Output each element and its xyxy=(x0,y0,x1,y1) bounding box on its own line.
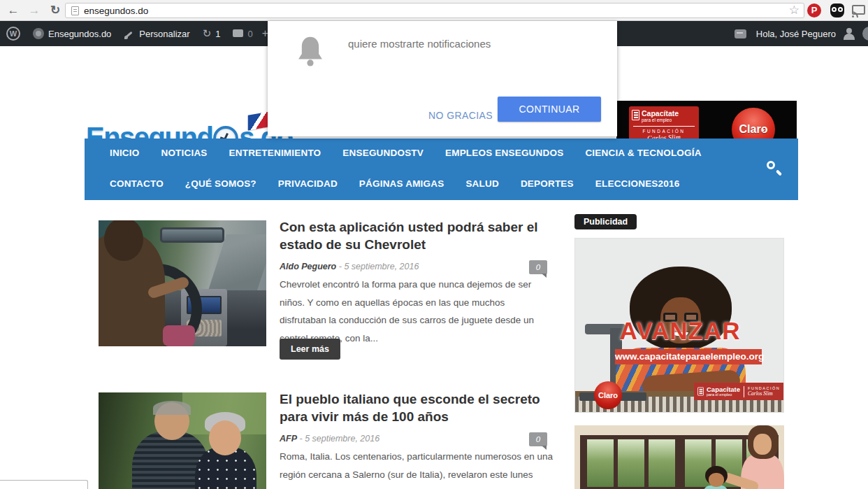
publicidad-badge: Publicidad xyxy=(574,214,637,229)
nav-item-elecciones2016[interactable]: ELECCIONES2016 xyxy=(595,178,680,189)
nav-item-ensegundostv[interactable]: ENSEGUNDOSTV xyxy=(342,148,424,158)
avatar[interactable] xyxy=(862,27,868,41)
checklist-icon xyxy=(632,110,639,120)
ad-headline: AVANZAR xyxy=(575,317,784,345)
meta-separator: - xyxy=(339,262,342,271)
ad-carlos-slim: Carlos Slim xyxy=(748,390,780,397)
meta-separator: - xyxy=(299,434,302,444)
reload-button[interactable]: ↻ xyxy=(46,1,64,20)
nav-row-2: CONTACTO ¿QUÉ SOMOS? PRIVACIDAD PÁGINAS … xyxy=(110,178,679,189)
comments-menu[interactable]: 0 xyxy=(226,21,259,46)
cast-icon[interactable] xyxy=(852,3,866,17)
article-1-author[interactable]: Aldo Peguero xyxy=(280,262,336,271)
pinterest-extension-icon[interactable]: P xyxy=(807,3,821,17)
article-1-date: 5 septiembre, 2016 xyxy=(344,262,419,271)
sidebar-ad-family[interactable] xyxy=(574,425,784,489)
comment-bubble-icon xyxy=(233,29,243,37)
article-2-thumbnail[interactable] xyxy=(99,392,266,489)
read-more-button[interactable]: Leer más xyxy=(280,339,340,360)
article-1-thumbnail[interactable] xyxy=(99,220,266,346)
user-greeting[interactable]: Hola, José Peguero xyxy=(756,29,836,39)
nav-item-ciencia[interactable]: CIENCIA & TECNOLOGÍA xyxy=(585,148,701,158)
brush-icon xyxy=(124,28,135,39)
update-icon: ↻ xyxy=(203,27,212,40)
customize-label: Personalizar xyxy=(139,29,189,39)
address-bar[interactable]: ensegundos.do ☆ xyxy=(65,3,804,18)
nav-item-paginas-amigas[interactable]: PÁGINAS AMIGAS xyxy=(359,178,444,189)
claro-logo-small: Claro xyxy=(594,381,622,409)
bell-icon xyxy=(296,35,325,70)
comments-count: 0 xyxy=(247,29,252,39)
main-content: Con esta aplicación usted podrá saber el… xyxy=(85,200,798,489)
nav-item-contacto[interactable]: CONTACTO xyxy=(110,178,164,189)
dialog-message: quiere mostrarte notificaciones xyxy=(348,38,491,50)
article-2-date: 5 septiembre, 2016 xyxy=(305,434,379,444)
notification-permission-dialog: quiere mostrarte notificaciones NO GRACI… xyxy=(268,21,617,136)
updates-menu[interactable]: ↻ 1 xyxy=(196,21,227,46)
nav-item-inicio[interactable]: INICIO xyxy=(110,148,139,158)
nav-item-salud[interactable]: SALUD xyxy=(465,178,499,189)
url-text[interactable]: ensegundos.do xyxy=(84,6,789,16)
page-icon xyxy=(71,6,79,15)
nav-item-privacidad[interactable]: PRIVACIDAD xyxy=(278,178,338,189)
continue-button[interactable]: CONTINUAR xyxy=(498,97,601,122)
notifications-bubble-icon[interactable] xyxy=(735,29,746,38)
bookmark-star-icon[interactable]: ☆ xyxy=(789,3,800,17)
article-2-excerpt: Roma, Italia. Los centenarios, particula… xyxy=(280,448,554,489)
user-avatar-icon[interactable] xyxy=(843,27,855,40)
ad-capacitate-title: Capacítate xyxy=(707,386,740,392)
nav-item-que-somos[interactable]: ¿QUÉ SOMOS? xyxy=(185,178,256,189)
site-favicon-icon xyxy=(33,28,44,39)
ad-url: www.capacitateparaelempleo.org xyxy=(615,349,762,364)
search-icon[interactable] xyxy=(766,160,783,177)
wordpress-icon: W xyxy=(6,27,20,41)
browser-toolbar: ← → ↻ ensegundos.do ☆ P xyxy=(0,0,868,21)
main-navigation: INICIO NOTICIAS ENTRETENIMIENTO ENSEGUND… xyxy=(85,139,798,200)
article-2-meta: AFP - 5 septiembre, 2016 xyxy=(280,434,379,444)
article-2-comment-badge[interactable]: 0 xyxy=(529,432,547,446)
site-menu[interactable]: Ensegundos.do xyxy=(27,21,117,46)
owl-extension-icon[interactable] xyxy=(830,3,844,17)
forward-button[interactable]: → xyxy=(25,1,43,20)
customize-menu[interactable]: Personalizar xyxy=(117,21,196,46)
checklist-icon xyxy=(697,388,704,396)
article-2-title[interactable]: El pueblo italiano que esconde el secret… xyxy=(280,390,551,425)
nav-item-deportes[interactable]: DEPORTES xyxy=(521,178,574,189)
article-1-meta: Aldo Peguero - 5 septiembre, 2016 xyxy=(280,262,419,271)
wp-logo-menu[interactable]: W xyxy=(0,21,27,46)
article-1-title[interactable]: Con esta aplicación usted podrá saber el… xyxy=(280,218,551,253)
capacitate-sub: para el empleo xyxy=(642,118,679,123)
nav-item-empleos[interactable]: EMPLEOS ENSEGUNDOS xyxy=(445,148,563,158)
capacitate-logo-small: Capacítate para el empleo FUNDACIÓN Carl… xyxy=(694,383,783,400)
nav-row-1: INICIO NOTICIAS ENTRETENIMIENTO ENSEGUND… xyxy=(110,148,702,158)
back-button[interactable]: ← xyxy=(4,1,22,20)
screenshot-root: ← → ↻ ensegundos.do ☆ P W Ensegundos.do … xyxy=(0,0,868,489)
sidebar-ad-avanzar[interactable]: AVANZAR www.capacitateparaelempleo.org C… xyxy=(574,238,784,413)
browser-status-bubble xyxy=(0,480,88,489)
site-name: Ensegundos.do xyxy=(48,29,111,39)
article-2-author[interactable]: AFP xyxy=(280,434,297,444)
article-1-excerpt: Chevrolet encontró la forma para que nun… xyxy=(280,276,554,347)
article-1-comment-badge[interactable]: 0 xyxy=(529,260,547,274)
admin-bar-right: Hola, José Peguero xyxy=(735,21,868,46)
nav-item-entretenimiento[interactable]: ENTRETENIMIENTO xyxy=(229,148,321,158)
nav-item-noticias[interactable]: NOTICIAS xyxy=(161,148,207,158)
updates-count: 1 xyxy=(215,29,220,39)
capacitate-title: Capacítate xyxy=(642,110,679,118)
ad-capacitate-sub: para el empleo xyxy=(707,392,740,397)
